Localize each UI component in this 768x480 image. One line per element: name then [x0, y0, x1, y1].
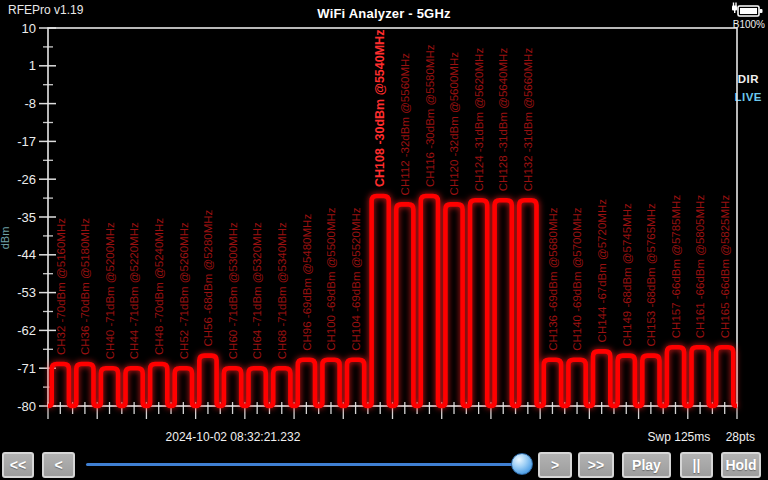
channel-label: CH132 -31dBm @5660MHz [522, 48, 534, 192]
channel-label: CH104 -69dBm @5520MHz [350, 207, 362, 351]
channel-label: CH44 -71dBm @5220MHz [128, 222, 140, 359]
channel-label: CH32 -70dBm @5160MHz [55, 218, 67, 355]
channel-label: CH112 -32dBm @5560MHz [399, 53, 411, 196]
y-tick-label: -35 [17, 210, 36, 225]
y-tick-label: -71 [17, 361, 36, 376]
channel-label: CH100 -69dBm @5500MHz [325, 207, 337, 351]
y-tick-label: -8 [24, 96, 36, 111]
step-forward-button[interactable]: > [538, 452, 572, 478]
channel-label: CH116 -30dBm @5580MHz [424, 44, 436, 187]
channel-label: CH144 -67dBm @5720MHz [596, 199, 608, 343]
channel-label: CH56 -68dBm @5280MHz [202, 209, 214, 346]
channel-label: CH52 -71dBm @5260MHz [178, 222, 190, 359]
sweep-points: 28pts [726, 430, 755, 444]
y-tick-label: -44 [17, 247, 36, 262]
spectrum-trace [48, 196, 737, 406]
sweep-info: Swp 125ms 28pts [636, 430, 755, 444]
channel-label: CH149 -68dBm @5745MHz [621, 203, 633, 347]
y-tick-label: -80 [17, 399, 36, 414]
channel-label: CH108 -30dBm @5540MHz [373, 30, 387, 187]
fast-forward-button[interactable]: >> [578, 452, 614, 478]
y-tick-label: -17 [17, 134, 36, 149]
channel-label: CH153 -68dBm @5765MHz [645, 203, 657, 347]
channel-label: CH60 -71dBm @5300MHz [227, 222, 239, 359]
channel-label: CH120 -32dBm @5600MHz [448, 52, 460, 196]
y-tick-label: 10 [22, 21, 36, 36]
pause-button[interactable]: || [680, 452, 713, 478]
y-tick-label: 1 [29, 58, 36, 73]
plot-border [48, 28, 737, 406]
channel-label: CH157 -66dBm @5785MHz [670, 195, 682, 339]
channel-label: CH161 -66dBm @5805MHz [694, 195, 706, 339]
channel-label: CH124 -31dBm @5620MHz [473, 48, 485, 192]
channel-label: CH128 -31dBm @5640MHz [497, 48, 509, 192]
sweep-time: Swp 125ms [648, 430, 711, 444]
hold-button[interactable]: Hold [721, 452, 761, 478]
timeline-slider-handle[interactable] [511, 453, 533, 475]
channel-label: CH40 -71dBm @5200MHz [104, 222, 116, 359]
channel-labels: CH32 -70dBm @5160MHzCH36 -70dBm @5180MHz… [55, 30, 731, 360]
y-tick-label: -26 [17, 172, 36, 187]
timeline-slider-track[interactable] [86, 463, 527, 466]
spectrum-chart: 101-8-17-26-35-44-53-62-71-80CH32 -70dBm… [0, 0, 768, 448]
timestamp: 2024-10-02 08:32:21.232 [48, 430, 418, 444]
channel-label: CH96 -69dBm @5480MHz [301, 214, 313, 351]
step-back-button[interactable]: < [42, 452, 75, 478]
channel-label: CH136 -69dBm @5680MHz [547, 207, 559, 351]
rewind-button[interactable]: << [2, 452, 34, 478]
channel-label: CH68 -71dBm @5340MHz [276, 222, 288, 359]
channel-label: CH165 -66dBm @5825MHz [719, 195, 731, 339]
channel-label: CH64 -71dBm @5320MHz [251, 222, 263, 359]
y-tick-label: -53 [17, 285, 36, 300]
channel-label: CH36 -70dBm @5180MHz [79, 218, 91, 355]
channel-label: CH48 -70dBm @5240MHz [153, 218, 165, 355]
y-tick-label: -62 [17, 323, 36, 338]
play-button[interactable]: Play [622, 452, 671, 478]
channel-label: CH140 -69dBm @5700MHz [571, 207, 583, 351]
